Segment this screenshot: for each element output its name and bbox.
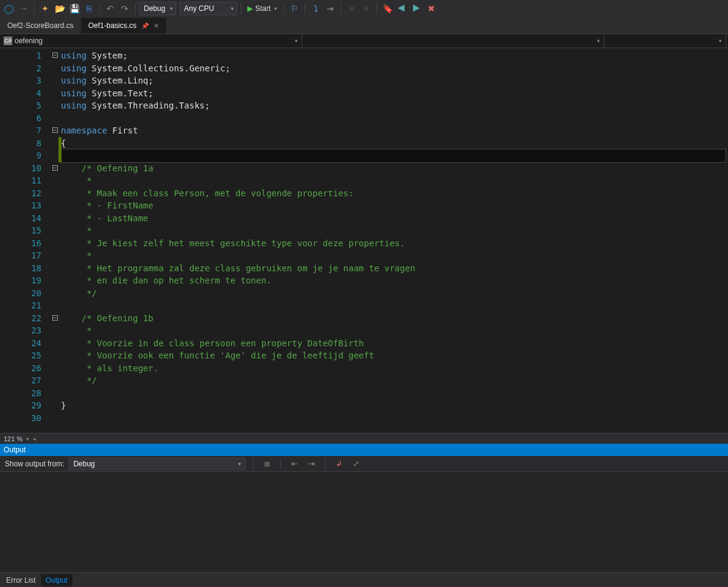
outlining-margin[interactable]: −−−− [49,48,61,433]
output-clear-icon[interactable]: ≣ [261,458,273,470]
zoom-dropdown-icon[interactable]: ▾ [26,436,29,442]
outline-guide [49,112,61,125]
scroll-left-icon[interactable]: ◂ [33,436,36,442]
fold-toggle-icon[interactable]: − [49,162,61,175]
code-line[interactable] [61,299,728,312]
member-dropdown[interactable] [604,34,726,48]
navigation-bar: C# oefening [0,34,728,48]
code-line[interactable]: /* Oefening 1b [61,312,728,325]
code-line[interactable]: /* Oefening 1a [61,162,728,175]
line-number: 14 [0,212,41,225]
code-line[interactable]: * [61,174,728,187]
output-toolbar: Show output from: Debug ≣ ⇤ ⇥ ↲ ⤢ [0,456,728,472]
output-goto-icon[interactable]: ⤢ [350,458,362,470]
code-editor[interactable]: 1234567891011121314151617181920212223242… [0,48,728,433]
step-into-icon[interactable]: ⤵ [309,2,322,15]
tab-scoreboard[interactable]: Oef2-ScoreBoard.cs [0,18,81,34]
code-line[interactable]: * [61,324,728,337]
output-text-area[interactable] [0,472,728,572]
browser-link-icon[interactable]: ⚐ [288,2,301,15]
outdent-icon[interactable]: ≡ [345,2,358,15]
code-line[interactable]: */ [61,287,728,300]
line-number: 30 [0,412,41,425]
code-line[interactable]: * Maak een class Person, met de volgende… [61,187,728,200]
fold-toggle-icon[interactable]: − [49,312,61,325]
save-icon[interactable]: 💾 [68,2,81,15]
output-wrap-icon[interactable]: ↲ [333,458,345,470]
code-line[interactable] [61,412,728,425]
tab-label: Oef1-basics.cs [88,21,136,30]
step-over-icon[interactable]: ⇥ [323,2,337,15]
code-line[interactable]: * en die dan op het scherm te tonen. [61,274,728,287]
indent-icon[interactable]: ≡ [359,2,373,15]
outline-guide [49,99,61,112]
line-number: 13 [0,199,41,212]
code-line[interactable]: using System.Linq; [61,74,728,87]
pin-icon[interactable]: 📌 [141,23,149,29]
code-line[interactable] [61,387,728,400]
code-line[interactable]: * Je kiest zelf het meest geschikte type… [61,237,728,250]
redo-icon[interactable]: ↷ [118,2,132,15]
open-file-icon[interactable]: 📂 [53,2,66,15]
code-line[interactable]: */ [61,374,728,387]
line-number: 24 [0,337,41,350]
code-line[interactable] [61,112,728,125]
outline-guide [49,199,61,212]
code-line[interactable]: namespace First [61,124,728,137]
save-all-icon[interactable]: ⎘ [82,2,96,15]
output-panel-header[interactable]: Output [0,444,728,456]
line-number: 9 [0,149,41,162]
output-source-value: Debug [73,460,94,468]
output-outdent-icon[interactable]: ⇥ [305,458,317,470]
config-dropdown[interactable]: Debug [140,2,176,15]
code-line[interactable]: { [61,137,728,150]
code-area[interactable]: using System;using System.Collections.Ge… [61,48,728,433]
output-source-dropdown[interactable]: Debug [69,458,246,470]
outline-guide [49,324,61,337]
line-number: 23 [0,324,41,337]
fold-toggle-icon[interactable]: − [49,49,61,62]
code-line[interactable]: * Voorzie in de class persoon een proper… [61,337,728,350]
bookmark-icon[interactable]: 🔖 [381,2,394,15]
code-line[interactable] [61,149,726,162]
zoom-level[interactable]: 121 % [4,435,23,443]
code-line[interactable]: * Het programma zal deze class gebruiken… [61,262,728,275]
code-line[interactable]: * [61,224,728,237]
line-number: 10 [0,162,41,175]
code-line[interactable]: * als integer. [61,362,728,375]
play-icon: ▶ [247,4,253,13]
start-button[interactable]: ▶ Start ▾ [245,2,280,15]
code-line[interactable]: * - FirstName [61,199,728,212]
class-dropdown[interactable] [302,34,604,48]
line-number-gutter: 1234567891011121314151617181920212223242… [0,48,49,433]
bookmark-next-icon[interactable]: ⯈ [410,2,423,15]
line-number: 4 [0,87,41,100]
outline-guide [49,262,61,275]
outline-guide [49,249,61,262]
tab-error-list[interactable]: Error List [1,574,41,586]
new-project-icon[interactable]: ✦ [38,2,52,15]
outline-guide [49,337,61,350]
nav-back-icon[interactable]: ◯ [2,2,16,15]
undo-icon[interactable]: ↶ [104,2,117,15]
outline-guide [49,237,61,250]
close-icon[interactable]: ✕ [154,22,159,30]
code-line[interactable]: * - LastName [61,212,728,225]
tab-output[interactable]: Output [41,574,72,586]
nav-fwd-icon[interactable]: → [17,2,30,15]
code-line[interactable]: using System.Collections.Generic; [61,62,728,75]
code-line[interactable]: * Voorzie ook een functie 'Age' die je d… [61,349,728,362]
code-line[interactable]: using System.Threading.Tasks; [61,99,728,112]
code-line[interactable]: * [61,249,728,262]
project-dropdown[interactable]: C# oefening [0,34,302,48]
outline-guide [49,362,61,375]
tab-basics[interactable]: Oef1-basics.cs 📌 ✕ [81,18,166,34]
output-indent-icon[interactable]: ⇤ [288,458,300,470]
code-line[interactable]: } [61,399,728,412]
code-line[interactable]: using System.Text; [61,87,728,100]
bookmark-clear-icon[interactable]: ✖ [425,2,438,15]
platform-dropdown[interactable]: Any CPU [180,2,237,15]
fold-toggle-icon[interactable]: − [49,124,61,137]
bookmark-prev-icon[interactable]: ⯇ [395,2,409,15]
code-line[interactable]: using System; [61,49,728,62]
